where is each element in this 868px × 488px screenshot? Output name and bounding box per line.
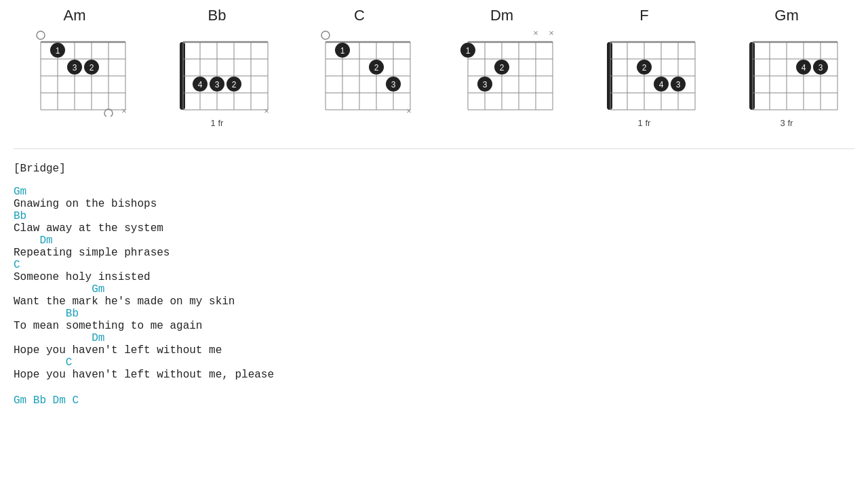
chord-gm-fret: 3 fr xyxy=(781,118,793,128)
chord-c: C × xyxy=(298,7,420,118)
lyric-line-1: Gnawing on the bishops xyxy=(14,198,854,210)
chord-bb-diagram: × 4 3 xyxy=(163,28,271,117)
chord-line-4: C xyxy=(14,259,854,271)
svg-point-2 xyxy=(104,109,113,117)
svg-point-39 xyxy=(321,31,330,39)
chords-row: Am × xyxy=(14,7,854,128)
svg-text:4: 4 xyxy=(802,63,806,73)
footer-chords: Gm Bb Dm C xyxy=(14,394,854,407)
divider xyxy=(14,148,854,149)
chord-dm: Dm × × xyxy=(441,7,563,118)
section-label: [Bridge] xyxy=(14,163,854,175)
chord-line-3: Dm xyxy=(14,235,854,247)
svg-text:3: 3 xyxy=(483,80,488,89)
svg-text:3: 3 xyxy=(818,63,823,73)
chord-f: F 2 4 xyxy=(583,7,705,128)
chord-f-name: F xyxy=(639,7,648,24)
lyric-line-6: To mean something to me again xyxy=(14,320,854,332)
chord-f-diagram: 2 4 3 xyxy=(590,28,698,117)
main-container: Am × xyxy=(14,7,854,407)
svg-text:2: 2 xyxy=(232,80,237,89)
chord-gm-diagram: 4 3 xyxy=(732,28,841,117)
chord-bb: Bb × 4 xyxy=(156,7,278,128)
svg-text:1: 1 xyxy=(340,46,345,56)
chord-gm: Gm 4 3 xyxy=(726,7,848,128)
chord-line-8: C xyxy=(14,357,854,369)
svg-text:×: × xyxy=(533,28,538,38)
chord-bb-name: Bb xyxy=(208,7,226,24)
chord-c-name: C xyxy=(354,7,365,24)
svg-text:3: 3 xyxy=(215,80,220,89)
chord-c-diagram: × 1 2 xyxy=(305,28,414,117)
chord-line-2: Bb xyxy=(14,210,854,222)
chord-f-fret: 1 fr xyxy=(638,118,651,128)
chord-line-1: Gm xyxy=(14,186,854,198)
svg-text:3: 3 xyxy=(676,80,681,89)
lyrics-section: Gm Gnawing on the bishops Bb Claw away a… xyxy=(14,186,854,381)
chord-dm-diagram: × × 1 2 xyxy=(448,28,556,117)
svg-text:4: 4 xyxy=(198,80,203,89)
svg-text:3: 3 xyxy=(391,80,396,89)
svg-text:2: 2 xyxy=(90,63,94,73)
lyric-line-3: Repeating simple phrases xyxy=(14,247,854,259)
svg-text:2: 2 xyxy=(642,63,647,73)
chord-am: Am × xyxy=(14,7,136,118)
chord-gm-name: Gm xyxy=(774,7,798,24)
chord-am-diagram: × 1 3 xyxy=(20,28,129,117)
chord-am-name: Am xyxy=(64,7,86,24)
svg-text:2: 2 xyxy=(374,63,379,73)
lyric-line-7: Hope you haven't left without me xyxy=(14,344,854,357)
chord-dm-name: Dm xyxy=(490,7,513,24)
svg-text:2: 2 xyxy=(500,63,505,73)
chord-line-7: Dm xyxy=(14,332,854,344)
svg-text:×: × xyxy=(406,106,412,116)
svg-text:4: 4 xyxy=(659,80,664,89)
lyric-line-5: Want the mark he's made on my skin xyxy=(14,296,854,308)
svg-text:×: × xyxy=(549,28,554,38)
chord-bb-fret: 1 fr xyxy=(211,118,224,128)
chord-line-6: Bb xyxy=(14,308,854,320)
lyric-line-2: Claw away at the system xyxy=(14,222,854,235)
lyric-line-4: Someone holy insisted xyxy=(14,271,854,283)
svg-text:1: 1 xyxy=(56,46,60,56)
svg-text:×: × xyxy=(264,106,269,116)
lyric-line-8: Hope you haven't left without me, please xyxy=(14,369,854,381)
svg-text:1: 1 xyxy=(466,46,471,56)
chord-line-5: Gm xyxy=(14,283,854,296)
svg-point-0 xyxy=(37,31,45,39)
svg-text:×: × xyxy=(121,106,127,116)
svg-text:3: 3 xyxy=(73,63,77,73)
